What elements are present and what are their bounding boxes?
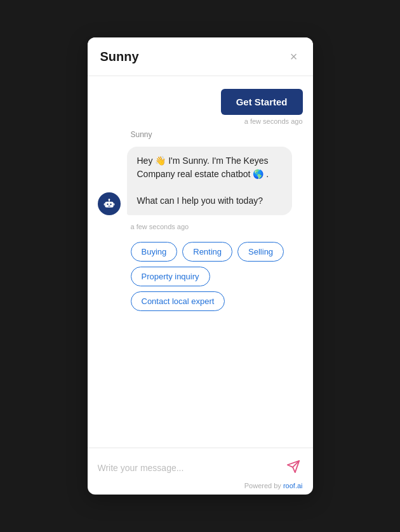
send-button[interactable] <box>284 457 303 478</box>
get-started-message: Get Started a few seconds ago <box>98 89 303 125</box>
svg-point-5 <box>108 199 110 201</box>
chat-header: Sunny × <box>88 37 313 76</box>
close-button[interactable]: × <box>288 49 300 64</box>
input-row <box>98 457 303 478</box>
chat-messages: Get Started a few seconds ago Sunny <box>88 76 313 448</box>
quick-reply-buying[interactable]: Buying <box>131 242 178 262</box>
chat-title: Sunny <box>100 50 139 64</box>
powered-by: Powered by roof.ai <box>98 482 303 489</box>
svg-rect-3 <box>108 206 110 206</box>
svg-rect-0 <box>105 202 113 208</box>
quick-reply-property-inquiry[interactable]: Property inquiry <box>131 267 210 286</box>
svg-point-2 <box>110 204 112 206</box>
chat-footer: Powered by roof.ai <box>88 448 313 495</box>
get-started-timestamp: a few seconds ago <box>244 117 303 125</box>
svg-point-1 <box>107 204 109 206</box>
quick-reply-selling[interactable]: Selling <box>237 242 284 262</box>
chat-widget: Sunny × Get Started a few seconds ago Su… <box>88 37 313 495</box>
svg-rect-6 <box>103 203 105 205</box>
bot-text-line1: Hey 👋 I'm Sunny. I'm The Keyes Company r… <box>137 156 269 179</box>
quick-reply-contact-local-expert[interactable]: Contact local expert <box>131 291 225 311</box>
powered-by-text: Powered by <box>244 482 283 489</box>
quick-replies: Buying Renting Selling Property inquiry … <box>131 242 303 311</box>
message-input[interactable] <box>98 463 279 473</box>
bot-bubble: Hey 👋 I'm Sunny. I'm The Keyes Company r… <box>127 147 292 215</box>
get-started-button[interactable]: Get Started <box>221 89 303 115</box>
bot-text-line2: What can I help you with today? <box>137 196 263 206</box>
bot-message: Hey 👋 I'm Sunny. I'm The Keyes Company r… <box>98 147 303 215</box>
quick-reply-renting[interactable]: Renting <box>182 242 232 262</box>
svg-rect-7 <box>113 203 114 205</box>
bot-timestamp: a few seconds ago <box>131 223 189 230</box>
bot-sender-name: Sunny <box>131 130 303 139</box>
powered-by-link[interactable]: roof.ai <box>283 482 303 489</box>
send-icon <box>286 460 300 474</box>
bot-avatar <box>98 192 121 215</box>
